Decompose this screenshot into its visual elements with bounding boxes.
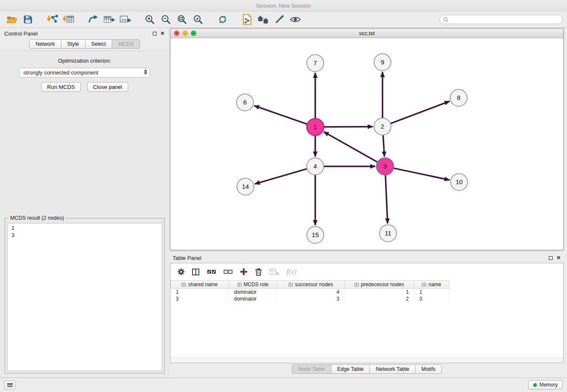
zoom-out-icon [161,14,171,25]
import-table-button[interactable] [61,13,76,26]
network-canvas[interactable]: 7968124310141511 [171,38,563,250]
mcds-result-box[interactable]: 1 3 [7,223,162,371]
create-column-button[interactable] [240,268,248,276]
node-label: 4 [314,163,317,170]
open-session-button[interactable] [4,13,19,26]
export-image-icon [119,14,131,25]
zoom-fit-button[interactable] [174,13,190,26]
minimize-window-icon[interactable]: − [182,30,188,36]
graph-node-11[interactable]: 11 [380,225,396,242]
graph-node-7[interactable]: 7 [307,55,324,72]
window-titlebar[interactable]: Session: New Session [0,0,567,11]
edge-3-to-10[interactable] [394,168,450,180]
result-line: 1 [11,224,158,232]
table-cell[interactable]: 3 [414,295,449,302]
node-label: 3 [383,163,387,170]
edge-2-to-8[interactable] [391,101,450,124]
search-input[interactable] [451,17,559,22]
tab-network-table[interactable]: Network Table [369,364,416,374]
tab-node-table[interactable]: Node Table [292,364,331,374]
column-header-MCDS-role[interactable]: MCDS role [229,281,277,289]
column-header-successor-nodes[interactable]: successor nodes [277,281,345,289]
graph-node-4[interactable]: 4 [307,158,324,175]
edge-1-to-6[interactable] [254,106,307,124]
tab-style[interactable]: Style [61,39,85,49]
tab-motifs[interactable]: Motifs [415,364,442,374]
graph-node-8[interactable]: 8 [450,89,467,106]
edge-4-to-14[interactable] [255,169,307,184]
task-list-icon [7,383,13,387]
close-table-panel-icon[interactable] [556,255,561,260]
graph-node-14[interactable]: 14 [237,178,254,195]
table-cell[interactable]: 1 [345,289,414,295]
graph-node-10[interactable]: 10 [451,174,468,190]
column-header-predecessor-nodes[interactable]: predecessor nodes [345,281,414,289]
column-header-name[interactable]: name [414,281,449,289]
task-history-button[interactable] [4,381,15,389]
table-cell[interactable]: 1 [414,289,449,295]
right-area: ✕ − + scc.txt 7968124310141511 Table Pan… [169,28,567,378]
edge-3-to-11[interactable] [385,175,388,224]
close-panel-button[interactable]: Close panel [87,82,128,92]
network-window-titlebar[interactable]: ✕ − + scc.txt [171,29,563,38]
show-graphics-details-button[interactable] [288,13,303,26]
home-gallery-button[interactable] [256,13,271,26]
tab-select[interactable]: Select [85,39,113,49]
delete-column-button[interactable] [255,268,262,276]
zoom-selected-button[interactable] [190,13,206,26]
edge-1-to-2[interactable] [324,127,373,127]
edge-2-to-3[interactable] [383,135,384,157]
save-session-button[interactable] [20,13,36,26]
run-mcds-button[interactable]: Run MCDS [41,82,81,92]
graph-node-15[interactable]: 15 [307,226,324,243]
table-cell[interactable]: 1 [171,289,229,295]
zoom-out-button[interactable] [158,13,173,26]
new-network-document-button[interactable] [239,13,255,26]
table-cell[interactable]: 3 [277,295,345,302]
table-mode-button[interactable] [177,268,185,276]
zoom-window-icon[interactable]: + [191,30,196,36]
table-cell[interactable]: 4 [277,289,345,295]
close-panel-icon[interactable] [160,31,165,36]
import-network-button[interactable] [45,13,60,26]
tab-mcds[interactable]: MCDS [112,39,140,49]
float-table-panel-icon[interactable] [549,256,553,260]
float-panel-icon[interactable] [153,32,157,36]
close-window-icon[interactable]: ✕ [174,30,179,36]
memory-button[interactable]: Memory [528,380,563,389]
table-cell[interactable]: dominator [229,295,277,302]
graph-node-2[interactable]: 2 [374,118,391,135]
table-cell[interactable]: dominator [229,289,277,295]
function-builder-button[interactable]: f(x) [286,268,297,276]
table-row[interactable]: 1dominator411 [171,289,449,295]
deselect-all-columns-button[interactable] [223,269,233,275]
search-field[interactable] [439,15,563,24]
control-panel: Control Panel Network Style Select MCDS … [0,28,169,378]
result-line: 3 [11,232,158,239]
node-label: 6 [243,99,247,106]
optimization-criterion-dropdown[interactable]: strongly connected component [19,68,150,77]
graph-node-6[interactable]: 6 [237,94,253,111]
edge-3-to-1[interactable] [324,132,378,162]
select-all-columns-button[interactable] [207,269,216,275]
tab-network[interactable]: Network [29,39,61,49]
zoom-in-button[interactable] [142,13,157,26]
delete-table-button[interactable] [270,268,279,275]
export-image-button[interactable] [118,13,133,26]
graph-node-9[interactable]: 9 [374,54,391,71]
export-table-button[interactable] [102,13,117,26]
apply-style-button[interactable] [272,13,287,26]
zoom-in-icon [145,14,155,25]
graph-node-1[interactable]: 1 [307,119,324,135]
column-header-shared-name[interactable]: shared name [171,281,229,289]
show-columns-button[interactable] [192,268,200,276]
table-row[interactable]: 3dominator323 [171,295,449,302]
horizontal-scrollbar[interactable] [171,357,563,363]
table-cell[interactable]: 3 [171,295,229,302]
tab-edge-table[interactable]: Edge Table [331,364,370,374]
eye-icon [290,16,301,23]
refresh-layout-button[interactable] [215,13,230,26]
export-network-button[interactable] [85,13,101,26]
table-cell[interactable]: 2 [345,295,414,302]
graph-node-3[interactable]: 3 [377,158,394,175]
